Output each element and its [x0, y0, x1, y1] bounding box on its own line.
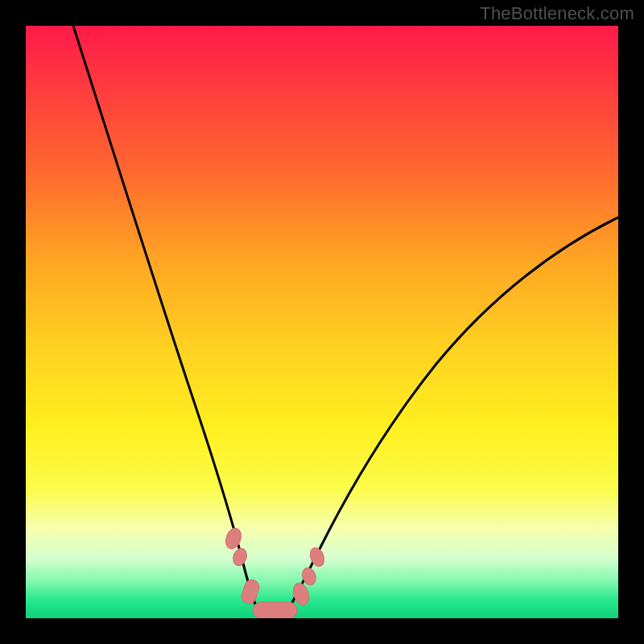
- marker-dot: [291, 581, 312, 607]
- marker-dot: [231, 547, 250, 568]
- watermark-text: TheBottleneck.com: [480, 3, 634, 24]
- curve-layer: [26, 26, 618, 618]
- marker-bar: [253, 602, 297, 618]
- marker-group: [223, 526, 327, 618]
- chart-frame: TheBottleneck.com: [0, 0, 644, 644]
- plot-area: [26, 26, 618, 618]
- marker-dot: [223, 526, 244, 551]
- marker-dot: [240, 578, 261, 605]
- right-curve: [283, 217, 618, 618]
